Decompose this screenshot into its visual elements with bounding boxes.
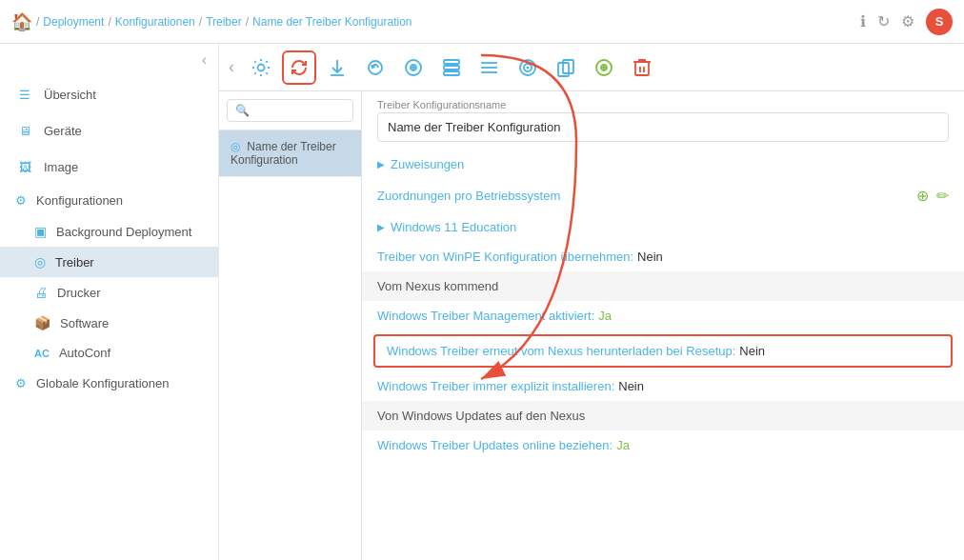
- sidebar-label-treiber: Treiber: [55, 255, 94, 270]
- sidebar-label-software: Software: [60, 316, 109, 330]
- sidebar-toggle-area: ‹: [0, 44, 218, 76]
- sidebar-label-image: Image: [44, 160, 78, 174]
- toolbar-back-button[interactable]: ‹: [229, 57, 234, 77]
- sidebar-item-konfigurationen[interactable]: ⚙ Konfigurationen: [0, 185, 218, 216]
- windows-treiber-nexus-label: Windows Treiber erneut vom Nexus herunte…: [387, 344, 735, 358]
- zuordnungen-label: Zuordnungen pro Betriebssystem: [377, 189, 560, 203]
- background-deployment-icon: ▣: [34, 224, 47, 239]
- zuweisungen-label: Zuweisungen: [391, 157, 464, 171]
- top-header: 🏠 / Deployment / Konfigurationen / Treib…: [0, 0, 964, 44]
- toolbar-download-button[interactable]: [320, 50, 354, 85]
- sidebar-label-konfigurationen: Konfigurationen: [36, 193, 123, 208]
- add-icon[interactable]: ⊕: [916, 187, 929, 205]
- globale-konfigurationen-icon: ⚙: [15, 376, 27, 390]
- windows-treiber-updates-label: Windows Treiber Updates online beziehen:: [377, 438, 613, 452]
- breadcrumb-konfigurationen[interactable]: Konfigurationen: [115, 15, 195, 29]
- vom-nexus-label: Vom Nexus kommend: [377, 279, 498, 293]
- edit-icon[interactable]: ✏: [936, 187, 949, 205]
- zuordnungen-icons: ⊕ ✏: [916, 187, 949, 205]
- list-search-area: [219, 91, 361, 130]
- sidebar-label-drucker: Drucker: [57, 286, 101, 300]
- sidebar-label-ubersicht: Übersicht: [44, 88, 96, 102]
- zuweisungen-arrow-icon: ▶: [377, 159, 385, 170]
- list-item[interactable]: ◎ Name der Treiber Konfiguration: [219, 130, 361, 177]
- svg-point-14: [481, 67, 483, 69]
- toolbar-list-button[interactable]: [434, 50, 469, 85]
- list-panel: ◎ Name der Treiber Konfiguration: [219, 91, 362, 560]
- zuordnungen-header: Zuordnungen pro Betriebssystem ⊕ ✏: [362, 179, 964, 212]
- autoconf-icon: AC: [34, 348, 50, 359]
- treiber-winpe-value: Nein: [637, 250, 663, 264]
- software-icon: 📦: [34, 315, 50, 330]
- svg-rect-9: [444, 71, 459, 75]
- sidebar-item-treiber[interactable]: ◎ Treiber: [0, 247, 218, 277]
- treiber-winpe-label: Treiber von WinPE Konfiguration übernehm…: [377, 250, 633, 264]
- gerate-icon: 🖥: [15, 121, 34, 140]
- info-icon[interactable]: ℹ: [860, 12, 866, 30]
- sidebar-item-image[interactable]: 🖼 Image: [0, 149, 218, 185]
- svg-rect-8: [444, 66, 459, 70]
- home-icon[interactable]: 🏠: [11, 11, 32, 32]
- toolbar: ‹: [219, 44, 964, 91]
- avatar[interactable]: S: [926, 9, 953, 35]
- sidebar-item-software[interactable]: 📦 Software: [0, 308, 218, 338]
- windows-treiber-mgmt-label: Windows Treiber Management aktiviert:: [377, 309, 594, 323]
- sidebar-item-background-deployment[interactable]: ▣ Background Deployment: [0, 216, 218, 247]
- content-area: ‹: [219, 44, 964, 560]
- treiber-icon: ◎: [34, 254, 46, 270]
- sidebar-label-globale-konfigurationen: Globale Konfigurationen: [36, 376, 170, 390]
- windows-treiber-updates-row: Windows Treiber Updates online beziehen:…: [362, 430, 964, 460]
- sidebar-item-globale-konfigurationen[interactable]: ⚙ Globale Konfigurationen: [0, 368, 218, 399]
- breadcrumb-treiber[interactable]: Treiber: [206, 15, 242, 29]
- toolbar-disc-button[interactable]: [396, 50, 431, 85]
- header-icons: ℹ ↻ ⚙ S: [860, 9, 953, 35]
- detail-panel: Treiber Konfigurationsname Name der Trei…: [362, 91, 964, 560]
- vom-nexus-row: Vom Nexus kommend: [362, 271, 964, 301]
- field-value[interactable]: Name der Treiber Konfiguration: [377, 112, 949, 142]
- zuweisungen-section-header[interactable]: ▶ Zuweisungen: [362, 150, 964, 179]
- sidebar-label-gerate: Geräte: [44, 124, 82, 138]
- panel-row: ◎ Name der Treiber Konfiguration Treiber…: [219, 91, 964, 560]
- toolbar-refresh-button[interactable]: [282, 50, 316, 85]
- windows-treiber-nexus-value: Nein: [739, 344, 765, 358]
- windows11-label: Windows 11 Education: [391, 220, 516, 234]
- svg-point-6: [412, 67, 414, 69]
- drucker-icon: 🖨: [34, 285, 48, 300]
- settings-icon[interactable]: ⚙: [901, 12, 914, 30]
- windows-treiber-updates-value: Ja: [616, 438, 630, 452]
- sidebar-item-drucker[interactable]: 🖨 Drucker: [0, 277, 218, 308]
- breadcrumb-current: Name der Treiber Konfiguration: [252, 15, 412, 29]
- windows-treiber-mgmt-row: Windows Treiber Management aktiviert: Ja: [362, 301, 964, 330]
- toolbar-disc2-button[interactable]: [587, 50, 621, 85]
- toolbar-list2-button[interactable]: [472, 50, 507, 85]
- treiber-winpe-row: Treiber von WinPE Konfiguration übernehm…: [362, 242, 964, 271]
- sidebar-label-background-deployment: Background Deployment: [56, 225, 191, 239]
- sidebar-item-ubersicht[interactable]: ☰ Übersicht: [0, 76, 218, 112]
- toolbar-target-button[interactable]: [511, 50, 545, 85]
- toolbar-delete-button[interactable]: [625, 50, 659, 85]
- main-layout: ‹ ☰ Übersicht 🖥 Geräte 🖼 Image ⚙ Konfigu…: [0, 44, 964, 560]
- breadcrumb: 🏠 / Deployment / Konfigurationen / Treib…: [11, 11, 412, 32]
- list-item-icon: ◎: [231, 140, 240, 153]
- windows11-arrow-icon: ▶: [377, 222, 385, 232]
- breadcrumb-deployment[interactable]: Deployment: [43, 15, 104, 29]
- toolbar-copy-button[interactable]: [549, 50, 583, 85]
- svg-point-13: [481, 62, 483, 64]
- windows-treiber-install-value: Nein: [618, 379, 644, 393]
- svg-point-0: [258, 64, 265, 70]
- sidebar-collapse-button[interactable]: ‹: [202, 51, 207, 69]
- windows-treiber-nexus-row: Windows Treiber erneut vom Nexus herunte…: [373, 334, 953, 368]
- refresh-icon[interactable]: ↻: [877, 12, 890, 30]
- sidebar-item-gerate[interactable]: 🖥 Geräte: [0, 112, 218, 149]
- sub-items: ▣ Background Deployment ◎ Treiber 🖨 Druc…: [0, 216, 218, 368]
- svg-point-15: [481, 71, 483, 73]
- list-item-label: Name der Treiber Konfiguration: [231, 140, 336, 167]
- windows11-section-header[interactable]: ▶ Windows 11 Education: [362, 212, 964, 242]
- toolbar-settings-button[interactable]: [244, 50, 278, 85]
- von-windows-updates-label: Von Windows Updates auf den Nexus: [377, 409, 585, 423]
- sidebar-item-autoconf[interactable]: AC AutoConf: [0, 338, 218, 368]
- field-label: Treiber Konfigurationsname: [362, 91, 964, 112]
- toolbar-sync-button[interactable]: [358, 50, 392, 85]
- search-input[interactable]: [227, 99, 353, 122]
- konfigurationen-icon: ⚙: [15, 193, 27, 208]
